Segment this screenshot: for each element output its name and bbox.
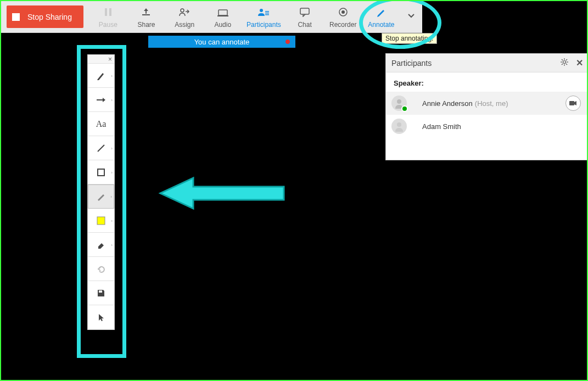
camera-button[interactable] bbox=[565, 96, 581, 111]
svg-rect-8 bbox=[265, 13, 269, 14]
anno-undo-tool[interactable] bbox=[88, 257, 114, 281]
toolbar-participants[interactable]: Participants bbox=[242, 1, 286, 32]
pen-icon bbox=[96, 71, 106, 81]
toolbar-label: Recorder bbox=[329, 21, 356, 29]
stop-sharing-button[interactable]: Stop Sharing bbox=[7, 5, 83, 28]
toolbar-pause[interactable]: Pause bbox=[89, 1, 127, 32]
anno-line-tool[interactable]: › bbox=[88, 136, 114, 160]
recorder-icon bbox=[338, 5, 348, 19]
chevron-down-icon bbox=[407, 9, 415, 23]
toolbar-label: Annotate bbox=[368, 21, 394, 29]
share-icon bbox=[141, 5, 152, 19]
toolbar-assign[interactable]: Assign bbox=[165, 1, 204, 32]
avatar bbox=[391, 96, 407, 111]
toolbar-label: Participants bbox=[247, 21, 281, 29]
anno-save-tool[interactable] bbox=[88, 281, 114, 305]
stop-icon bbox=[12, 13, 20, 21]
svg-line-24 bbox=[566, 64, 567, 65]
close-icon[interactable]: ✕ bbox=[576, 58, 583, 68]
avatar bbox=[391, 119, 407, 134]
rect-icon bbox=[97, 168, 105, 177]
chevron-right-icon: › bbox=[110, 194, 112, 199]
main-toolbar: Stop Sharing Pause Share Assign Audio Pa… bbox=[1, 1, 422, 33]
svg-line-26 bbox=[562, 64, 563, 65]
svg-rect-7 bbox=[265, 11, 269, 12]
eraser-icon bbox=[96, 240, 106, 250]
annotation-toolbar: × › › Aa › › › › › bbox=[87, 54, 115, 330]
toolbar-share[interactable]: Share bbox=[127, 1, 166, 32]
gear-icon[interactable] bbox=[561, 58, 568, 68]
toolbar-recorder[interactable]: Recorder bbox=[324, 1, 362, 32]
participants-panel: Participants ✕ Speaker: Annie Anderson(H… bbox=[385, 53, 588, 160]
pause-icon bbox=[103, 5, 113, 19]
annotation-close-button[interactable]: × bbox=[88, 55, 114, 64]
annotate-icon bbox=[376, 5, 386, 19]
svg-point-6 bbox=[260, 9, 263, 12]
svg-point-12 bbox=[341, 10, 345, 14]
toolbar-label: Pause bbox=[99, 21, 117, 29]
undo-icon bbox=[96, 264, 106, 274]
presence-badge bbox=[401, 105, 408, 112]
svg-rect-17 bbox=[99, 290, 102, 293]
svg-rect-5 bbox=[217, 15, 228, 16]
anno-pointer-tool[interactable] bbox=[88, 305, 114, 329]
svg-point-3 bbox=[181, 9, 184, 12]
save-icon bbox=[97, 289, 105, 298]
svg-line-14 bbox=[98, 145, 104, 152]
highlighter-icon bbox=[96, 192, 106, 201]
svg-rect-9 bbox=[265, 14, 269, 15]
svg-line-25 bbox=[566, 59, 567, 60]
toolbar-label: Audio bbox=[214, 21, 231, 29]
chevron-right-icon: › bbox=[111, 97, 113, 102]
toolbar-more[interactable] bbox=[400, 1, 422, 32]
toolbar-annotate[interactable]: Annotate bbox=[362, 1, 401, 32]
svg-rect-0 bbox=[105, 8, 107, 16]
participant-row[interactable]: Adam Smith bbox=[386, 115, 587, 138]
toolbar-label: Chat bbox=[298, 21, 311, 29]
highlight-arrow bbox=[155, 171, 287, 215]
toolbar-audio[interactable]: Audio bbox=[204, 1, 242, 32]
chevron-right-icon: › bbox=[111, 218, 113, 223]
toolbar-chat[interactable]: Chat bbox=[285, 1, 324, 32]
anno-color-tool[interactable]: › bbox=[88, 209, 114, 233]
svg-rect-16 bbox=[97, 217, 105, 225]
chevron-right-icon: › bbox=[111, 242, 113, 247]
anno-arrow-tool[interactable]: › bbox=[88, 88, 114, 112]
audio-icon bbox=[217, 5, 229, 19]
anno-rect-tool[interactable]: › bbox=[88, 160, 114, 184]
text-icon: Aa bbox=[96, 119, 107, 129]
chat-icon bbox=[299, 5, 310, 19]
recording-dot-icon bbox=[285, 40, 290, 44]
annotate-banner: You can annotate bbox=[148, 36, 295, 48]
svg-point-29 bbox=[397, 122, 401, 127]
speaker-label: Speaker: bbox=[386, 72, 587, 92]
toolbar-label: Share bbox=[137, 21, 155, 29]
anno-text-tool[interactable]: Aa bbox=[88, 112, 114, 136]
chevron-right-icon: › bbox=[111, 73, 113, 78]
participants-icon bbox=[257, 5, 270, 19]
annotation-toolbar-highlight: × › › Aa › › › › › bbox=[77, 45, 126, 358]
color-icon bbox=[97, 216, 105, 225]
svg-rect-28 bbox=[569, 101, 574, 105]
stop-sharing-label: Stop Sharing bbox=[27, 13, 72, 21]
arrow-icon bbox=[96, 97, 107, 103]
toolbar-label: Assign bbox=[175, 21, 194, 29]
anno-pen-tool[interactable]: › bbox=[88, 64, 114, 88]
anno-highlighter-tool[interactable]: › bbox=[88, 184, 114, 209]
participant-name: Annie Anderson(Host, me) bbox=[422, 99, 508, 108]
line-icon bbox=[96, 143, 106, 153]
participant-row[interactable]: Annie Anderson(Host, me) bbox=[386, 92, 587, 115]
assign-icon bbox=[178, 5, 191, 19]
annotate-banner-text: You can annotate bbox=[194, 38, 250, 46]
camera-icon bbox=[569, 100, 577, 106]
svg-line-23 bbox=[562, 59, 563, 60]
participant-name: Adam Smith bbox=[422, 122, 461, 131]
svg-point-18 bbox=[563, 61, 566, 64]
annotate-tooltip: Stop annotating. bbox=[382, 33, 437, 44]
anno-eraser-tool[interactable]: › bbox=[88, 233, 114, 257]
chevron-right-icon: › bbox=[111, 145, 113, 150]
pointer-icon bbox=[97, 313, 105, 322]
svg-rect-4 bbox=[219, 10, 227, 15]
svg-point-27 bbox=[397, 99, 401, 104]
participants-header: Participants ✕ bbox=[386, 54, 587, 72]
